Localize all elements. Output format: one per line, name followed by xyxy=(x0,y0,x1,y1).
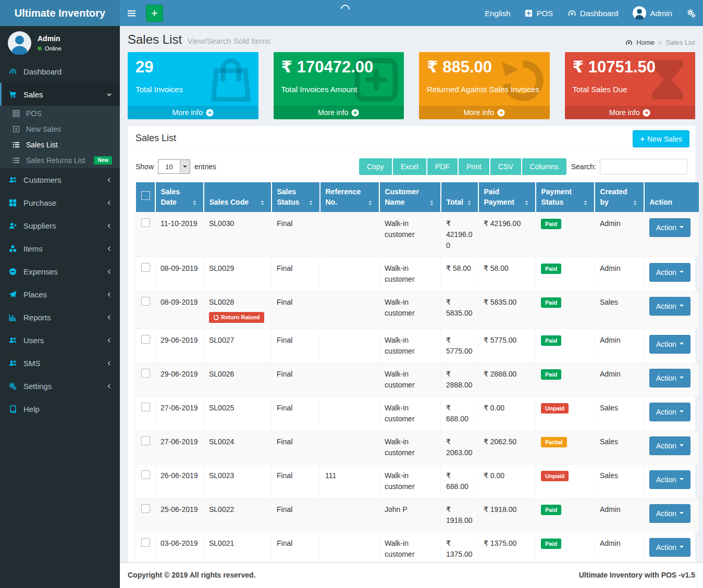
export-button-pdf[interactable]: PDF xyxy=(427,158,458,175)
more-info-link[interactable]: More info xyxy=(274,106,404,119)
sidebar-user-status[interactable]: Online xyxy=(38,45,61,52)
export-button-csv[interactable]: CSV xyxy=(490,158,521,175)
sidebar-item-sales-returns-list[interactable]: Sales Returns ListNew xyxy=(0,153,120,168)
export-button-copy[interactable]: Copy xyxy=(359,158,392,175)
undo-icon xyxy=(213,315,219,320)
row-checkbox[interactable] xyxy=(141,538,150,547)
sidebar-item-sms[interactable]: SMS xyxy=(0,352,120,374)
action-dropdown-button[interactable]: Action xyxy=(649,218,690,237)
panel-body: Show 10 entries CopyExcelPDFPrintCSVColu… xyxy=(128,151,695,562)
column-header-payment-status[interactable]: Payment Status xyxy=(536,182,595,212)
export-button-columns[interactable]: Columns xyxy=(522,158,566,175)
sidebar-item-pos[interactable]: POS xyxy=(0,106,120,121)
plus-square-icon xyxy=(525,9,533,17)
column-header-created-by[interactable]: Created by xyxy=(595,182,644,212)
search-input[interactable] xyxy=(600,159,687,174)
table-header-row: Sales DateSales CodeSales StatusReferenc… xyxy=(136,182,699,212)
sidebar-item-expenses[interactable]: Expenses xyxy=(0,260,120,283)
column-header-total[interactable]: Total xyxy=(441,182,478,212)
sidebar-item-places[interactable]: Places xyxy=(0,283,120,306)
table-row-sl0030: 11-10-2019SL0030FinalWalk-in customer₹ 4… xyxy=(136,212,699,257)
export-button-excel[interactable]: Excel xyxy=(393,158,426,175)
select-all-checkbox[interactable] xyxy=(141,191,150,200)
row-checkbox[interactable] xyxy=(141,369,150,378)
column-header-label: Payment Status xyxy=(541,186,580,208)
action-dropdown-button[interactable]: Action xyxy=(649,297,690,316)
row-checkbox[interactable] xyxy=(141,504,150,513)
action-dropdown-button[interactable]: Action xyxy=(649,263,690,282)
column-header-reference-no[interactable]: Reference No. xyxy=(320,182,379,212)
minus-circle-icon xyxy=(8,268,18,276)
cell-sales-date: 26-06-2019 xyxy=(155,464,204,498)
row-checkbox[interactable] xyxy=(141,470,150,479)
sort-icon[interactable] xyxy=(259,199,266,208)
row-checkbox[interactable] xyxy=(141,436,150,445)
sales-code-value: SL0028 xyxy=(209,297,266,308)
cell-payment-status: Unpaid xyxy=(536,464,595,498)
sidebar-item-sales[interactable]: Sales xyxy=(0,83,120,106)
sort-icon[interactable] xyxy=(191,199,198,208)
more-info-link[interactable]: More info xyxy=(128,106,258,119)
list-icon xyxy=(11,157,20,164)
action-dropdown-button[interactable]: Action xyxy=(649,538,690,557)
sidebar-item-suppliers[interactable]: Suppliers xyxy=(0,214,120,237)
sidebar-item-label: Help xyxy=(23,405,40,414)
more-info-link[interactable]: More info xyxy=(565,106,696,119)
sort-icon[interactable] xyxy=(632,199,638,208)
export-button-print[interactable]: Print xyxy=(459,158,489,175)
info-box-label: Returned Against Sales Invoices xyxy=(427,85,542,94)
nav-pos[interactable]: POS xyxy=(517,0,560,26)
sort-icon[interactable] xyxy=(523,199,530,208)
action-dropdown-button[interactable]: Action xyxy=(649,470,690,489)
sidebar-toggle-button[interactable] xyxy=(120,0,143,26)
action-dropdown-button[interactable]: Action xyxy=(649,436,690,455)
quick-add-button[interactable] xyxy=(146,5,163,22)
row-checkbox[interactable] xyxy=(141,218,150,227)
new-sales-button[interactable]: + New Sales xyxy=(633,130,689,147)
nav-dashboard[interactable]: Dashboard xyxy=(560,0,625,26)
sort-icon[interactable] xyxy=(582,199,589,208)
nav-user[interactable]: Admin xyxy=(625,0,680,26)
nav-language[interactable]: English xyxy=(477,0,517,26)
row-checkbox[interactable] xyxy=(141,403,150,411)
sidebar-item-items[interactable]: Items xyxy=(0,237,120,260)
select-dropdown-arrow-icon xyxy=(180,160,190,173)
sort-icon[interactable] xyxy=(428,199,435,208)
row-checkbox[interactable] xyxy=(141,263,150,272)
column-header-sales-status[interactable]: Sales Status xyxy=(272,182,320,212)
more-info-link[interactable]: More info xyxy=(419,106,550,119)
row-checkbox[interactable] xyxy=(141,297,150,306)
column-header-customer-name[interactable]: Customer Name xyxy=(379,182,441,212)
action-dropdown-button[interactable]: Action xyxy=(649,504,690,523)
table-row-sl0025: 27-06-2019SL0025FinalWalk-in customer₹ 6… xyxy=(136,396,699,430)
sidebar-item-sales-list[interactable]: Sales List xyxy=(0,137,120,153)
action-dropdown-button[interactable]: Action xyxy=(649,403,690,421)
sales-table: Sales DateSales CodeSales StatusReferenc… xyxy=(135,182,699,562)
column-header-sales-code[interactable]: Sales Code xyxy=(204,182,272,212)
sort-icon[interactable] xyxy=(307,199,314,208)
page-length-select[interactable]: 10 xyxy=(158,159,190,174)
sidebar-item-users[interactable]: Users xyxy=(0,329,120,352)
cell-created-by: Sales xyxy=(595,291,644,329)
sidebar-item-purchase[interactable]: Purchase xyxy=(0,191,120,214)
brand-logo[interactable]: Ultimate Inventory xyxy=(0,0,120,26)
more-info-label: More info xyxy=(318,108,348,117)
row-checkbox[interactable] xyxy=(141,335,150,344)
sidebar-item-customers[interactable]: Customers xyxy=(0,168,120,191)
cell-sales-date: 08-09-2019 xyxy=(155,291,204,329)
sidebar-item-settings[interactable]: Settings xyxy=(0,374,120,397)
nav-settings[interactable] xyxy=(680,0,703,26)
cell-customer-name: Walk-in customer xyxy=(379,396,441,430)
breadcrumb-home[interactable]: Home xyxy=(636,39,655,46)
sidebar-item-reports[interactable]: Reports xyxy=(0,306,120,329)
sort-icon[interactable] xyxy=(367,199,374,208)
sidebar-item-new-sales[interactable]: New Sales xyxy=(0,121,120,137)
action-dropdown-button[interactable]: Action xyxy=(649,335,690,354)
column-header-paid-payment[interactable]: Paid Payment xyxy=(478,182,536,212)
action-dropdown-button[interactable]: Action xyxy=(649,369,690,387)
column-header-sales-date[interactable]: Sales Date xyxy=(155,182,204,212)
sidebar-item-help[interactable]: Help xyxy=(0,397,120,420)
sidebar-item-dashboard[interactable]: Dashboard xyxy=(0,60,120,83)
cell-reference-no xyxy=(320,291,379,329)
sort-icon[interactable] xyxy=(466,199,473,208)
